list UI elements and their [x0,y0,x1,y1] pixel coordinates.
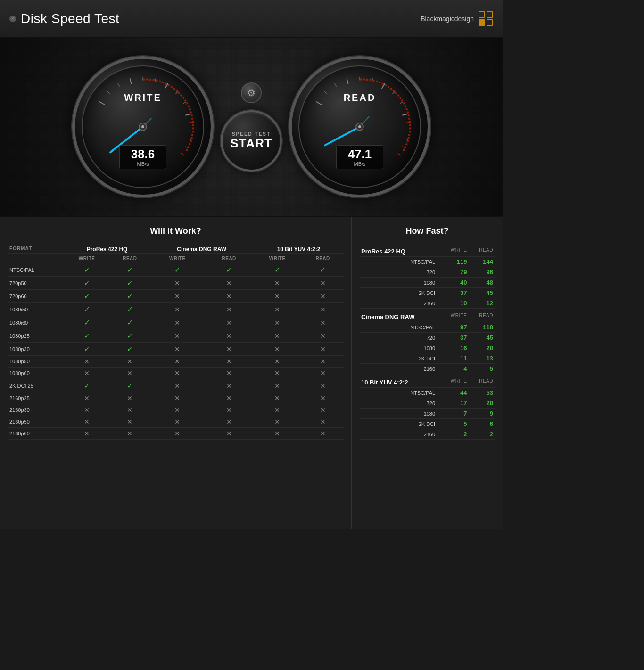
svg-line-20 [324,91,327,94]
will-table-row: 720p60✓✓✕✕✕✕ [7,290,344,303]
will-table-row: 2160p30✕✕✕✕✕✕ [7,404,344,416]
start-button-line2: START [230,137,272,150]
svg-line-2 [118,83,120,87]
cross-icon: ✕ [174,319,180,327]
will-table-cell: ✓ [109,329,150,343]
format-name-cell: 1080p50 [7,356,64,368]
will-table-cell: ✓ [253,263,301,277]
fast-write-value: 17 [440,398,469,409]
cinema-write-header: WRITE [150,254,205,263]
cross-icon: ✕ [226,358,232,365]
prores-write-header: WRITE [64,254,110,263]
fast-data-row: 21601012 [359,298,495,309]
close-button[interactable]: × [9,16,16,22]
check-icon: ✓ [127,292,133,300]
will-table-cell: ✕ [150,343,205,356]
write-gauge: WRITE [72,56,214,197]
fast-data-row: 108079 [359,409,495,419]
cross-icon: ✕ [226,279,232,287]
write-value-box: 38.6 MB/s [119,145,166,169]
fast-data-row: 216022 [359,429,495,440]
fast-row-label: NTSC/PAL [359,388,440,398]
title-bar: × Disk Speed Test Blackmagicdesign [0,0,503,38]
will-table-row: 2K DCI 25✓✓✕✕✕✕ [7,379,344,392]
will-table-group-header-row: FORMAT ProRes 422 HQ Cinema DNG RAW 10 B… [7,243,344,254]
will-table-cell: ✕ [150,428,205,440]
will-table-cell: ✕ [150,356,205,368]
cross-icon: ✕ [320,394,326,402]
will-table-cell: ✕ [109,404,150,416]
fast-write-value: 44 [440,388,469,398]
will-table-cell: ✕ [205,428,253,440]
fast-read-value: 13 [469,353,495,364]
will-it-work-panel: Will It Work? FORMAT ProRes 422 HQ Cinem… [0,217,352,529]
will-table-cell: ✕ [150,316,205,329]
cross-icon: ✕ [274,406,280,414]
will-table-cell: ✕ [253,329,301,343]
will-table-cell: ✕ [301,416,344,428]
format-name-cell: NTSC/PAL [7,263,64,277]
read-gauge-face: READ [298,65,421,188]
svg-line-5 [155,78,156,82]
how-fast-table: ProRes 422 HQWRITEREADNTSC/PAL1191447207… [359,243,495,440]
will-table-cell: ✕ [253,404,301,416]
format-name-cell: 2K DCI 25 [7,379,64,392]
fast-data-row: 2K DCI1113 [359,353,495,364]
format-name-cell: 1080i60 [7,316,64,329]
cross-icon: ✕ [320,345,326,353]
will-table-cell: ✓ [301,263,344,277]
write-gauge-face: WRITE [82,65,204,188]
will-table-cell: ✕ [64,368,110,379]
cross-icon: ✕ [274,418,280,425]
check-icon: ✓ [84,279,90,287]
cross-icon: ✕ [226,369,232,377]
fast-read-value: 45 [469,333,495,343]
gauge-section: WRITE [0,38,503,217]
write-gauge-outer: WRITE [72,56,214,197]
settings-button[interactable]: ⚙ [241,82,262,103]
write-gauge-wrapper: WRITE [72,56,214,197]
cross-icon: ✕ [174,345,180,353]
fast-data-row: 7207996 [359,267,495,278]
svg-line-3 [130,78,131,84]
cross-icon: ✕ [127,394,132,402]
will-table-cell: ✕ [205,343,253,356]
format-name-cell: 2160p50 [7,416,64,428]
brand-area: Blackmagicdesign [421,11,493,26]
will-table-cell: ✓ [150,263,205,277]
will-table-cell: ✕ [150,404,205,416]
cross-icon: ✕ [174,430,180,437]
will-table-cell: ✓ [109,263,150,277]
will-table-cell: ✓ [64,277,110,290]
fast-data-row: 2K DCI3745 [359,288,495,298]
fast-read-value: 48 [469,278,495,288]
will-table-cell: ✕ [253,290,301,303]
will-table-cell: ✕ [253,303,301,316]
cross-icon: ✕ [84,406,90,414]
fast-read-value: 118 [469,322,495,333]
fast-category-header: Cinema DNG RAWWRITEREAD [359,309,495,322]
check-icon: ✓ [127,382,133,390]
cross-icon: ✕ [174,382,180,390]
svg-line-9 [185,114,191,115]
will-table-row: 1080p60✕✕✕✕✕✕ [7,368,344,379]
will-table-cell: ✕ [301,277,344,290]
fast-data-row: NTSC/PAL97118 [359,322,495,333]
check-icon: ✓ [84,305,90,313]
fast-row-label: 1080 [359,278,440,288]
will-table-cell: ✕ [253,392,301,404]
will-table-row: 720p50✓✓✕✕✕✕ [7,277,344,290]
will-table-cell: ✓ [64,379,110,392]
will-table-row: 1080p50✕✕✕✕✕✕ [7,356,344,368]
speed-test-start-button[interactable]: SPEED TEST START [221,110,282,172]
cross-icon: ✕ [320,406,326,414]
cross-icon: ✕ [320,319,326,327]
check-icon: ✓ [320,266,326,274]
format-name-cell: 2160p30 [7,404,64,416]
fast-write-value: 4 [440,364,469,374]
brand-logo [479,11,493,26]
cross-icon: ✕ [226,293,232,300]
check-icon: ✓ [84,332,90,340]
will-table-cell: ✕ [109,368,150,379]
svg-point-18 [141,125,144,128]
